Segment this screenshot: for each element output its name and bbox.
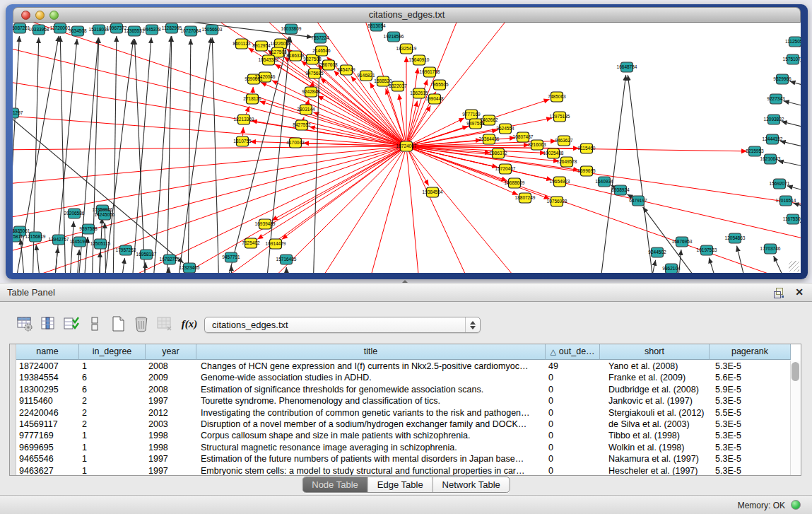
- cell-title[interactable]: Genome-wide association studies in ADHD.: [196, 372, 546, 383]
- citation-edge-black[interactable]: [599, 75, 626, 273]
- scrollbar-thumb[interactable]: [792, 362, 799, 381]
- select-all-rows-icon[interactable]: [62, 315, 81, 333]
- delete-table-icon[interactable]: [132, 315, 151, 333]
- cell-title[interactable]: Estimation of the future numbers of pati…: [196, 453, 546, 465]
- citation-edge-red[interactable]: [257, 149, 401, 239]
- citation-edge-black[interactable]: [99, 252, 100, 273]
- close-panel-icon[interactable]: ✕: [795, 286, 804, 298]
- cell-in_degree[interactable]: 2: [79, 407, 146, 419]
- cell-name[interactable]: 18300295: [16, 384, 79, 395]
- column-header-name[interactable]: name: [16, 344, 79, 360]
- cell-name[interactable]: 9463627: [16, 465, 79, 476]
- citation-edge-black[interactable]: [737, 246, 748, 273]
- citation-edge-black[interactable]: [225, 37, 289, 273]
- cell-name[interactable]: 19384554: [16, 372, 79, 383]
- cell-title[interactable]: Embryonic stem cells: a model to study s…: [196, 465, 546, 476]
- cell-out_degree[interactable]: 0: [546, 407, 600, 419]
- cell-year[interactable]: 1997: [146, 395, 196, 407]
- cell-year[interactable]: 2008: [146, 384, 196, 395]
- cell-name[interactable]: 9115460: [16, 395, 79, 407]
- table-row[interactable]: 946554611997Estimation of the future num…: [16, 453, 791, 465]
- citation-edge-black[interactable]: [177, 37, 211, 273]
- citation-edge-black[interactable]: [69, 221, 73, 273]
- cell-pagerank[interactable]: 5.3E-5: [710, 361, 791, 372]
- citation-edge-black[interactable]: [784, 101, 801, 113]
- citation-edge-black[interactable]: [20, 239, 25, 273]
- citation-edge-black[interactable]: [113, 36, 117, 273]
- cell-short[interactable]: Wolkin et al. (1998): [600, 442, 710, 453]
- cell-title[interactable]: Corpus callosum shape and size in male p…: [196, 430, 546, 441]
- citation-edge-black[interactable]: [782, 122, 801, 134]
- citation-edge-black[interactable]: [800, 62, 801, 72]
- cell-short[interactable]: Jankovic et al. (1997): [600, 395, 710, 407]
- cell-pagerank[interactable]: 5.3E-5: [710, 442, 791, 453]
- cell-pagerank[interactable]: 5.3E-5: [710, 465, 791, 476]
- cell-short[interactable]: Nakamura et al. (1997): [600, 453, 710, 465]
- cell-pagerank[interactable]: 5.3E-5: [710, 430, 791, 441]
- citation-edge-black[interactable]: [231, 265, 232, 273]
- cell-in_degree[interactable]: 1: [79, 430, 146, 441]
- table-row[interactable]: 1938455462009Genome-wide association stu…: [16, 372, 791, 383]
- citation-edge-black[interactable]: [794, 203, 801, 215]
- cell-short[interactable]: Stergiakouli et al. (2012): [600, 407, 710, 419]
- table-row[interactable]: 1872400712008Changes of HCN gene express…: [16, 361, 791, 372]
- citation-edge-black[interactable]: [790, 81, 801, 93]
- citation-edge-black[interactable]: [709, 258, 719, 273]
- window-titlebar[interactable]: citations_edges.txt: [13, 7, 801, 23]
- table-row[interactable]: 1456911722003Disruption of a novel membe…: [16, 419, 791, 430]
- citation-edge-black[interactable]: [778, 160, 801, 173]
- citation-edge-red[interactable]: [412, 148, 801, 242]
- cell-short[interactable]: Franke et al. (2009): [600, 372, 710, 383]
- cell-name[interactable]: 18724007: [16, 361, 79, 372]
- cell-title[interactable]: Changes of HCN gene expression and I(f) …: [196, 361, 546, 372]
- cell-short[interactable]: Hescheler et al. (1997): [600, 465, 710, 476]
- resize-grip-icon[interactable]: [789, 261, 799, 271]
- cell-year[interactable]: 2003: [146, 419, 196, 430]
- cell-in_degree[interactable]: 1: [79, 453, 146, 465]
- cell-year[interactable]: 1998: [146, 430, 196, 441]
- table-row[interactable]: 977716911998Corpus callosum shape and si…: [16, 430, 791, 441]
- cell-in_degree[interactable]: 6: [79, 384, 146, 395]
- citation-edge-red[interactable]: [313, 112, 401, 144]
- citation-edge-black[interactable]: [103, 39, 134, 273]
- cell-short[interactable]: Dudbridge et al. (2008): [600, 384, 710, 395]
- cell-out_degree[interactable]: 0: [546, 442, 600, 453]
- tab-node-table[interactable]: Node Table: [302, 477, 367, 492]
- merge-rows-icon[interactable]: [86, 315, 104, 333]
- cell-pagerank[interactable]: 5.9E-5: [710, 384, 791, 395]
- citation-edge-red[interactable]: [312, 81, 313, 86]
- cell-title[interactable]: Estimation of significance thresholds fo…: [196, 384, 546, 395]
- column-header-pagerank[interactable]: pagerank: [710, 344, 791, 360]
- cell-title[interactable]: Structural magnetic resonance image aver…: [196, 442, 546, 453]
- citation-edge-black[interactable]: [131, 37, 151, 273]
- column-header-in_degree[interactable]: in_degree: [79, 344, 146, 360]
- table-selector-dropdown[interactable]: citations_edges.txt: [204, 317, 481, 333]
- vertical-scrollbar[interactable]: [790, 361, 801, 475]
- citation-edge-red[interactable]: [409, 151, 429, 185]
- citation-edge-black[interactable]: [120, 258, 124, 273]
- cell-in_degree[interactable]: 6: [79, 372, 146, 383]
- table-settings-icon[interactable]: [16, 315, 34, 333]
- citation-edge-red[interactable]: [13, 146, 401, 150]
- citation-edge-black[interactable]: [313, 46, 320, 273]
- cell-pagerank[interactable]: 5.3E-5: [710, 419, 791, 430]
- cell-short[interactable]: Yano et al. (2008): [600, 361, 710, 372]
- column-header-title[interactable]: title: [196, 344, 546, 360]
- tab-edge-table[interactable]: Edge Table: [367, 477, 433, 492]
- cell-out_degree[interactable]: 0: [546, 372, 600, 383]
- cell-title[interactable]: Investigating the contribution of common…: [196, 407, 546, 419]
- cell-in_degree[interactable]: 2: [79, 395, 146, 407]
- citation-edge-black[interactable]: [153, 36, 171, 273]
- cell-out_degree[interactable]: 0: [546, 384, 600, 395]
- table-row[interactable]: 2242004622012Investigating the contribut…: [16, 407, 791, 419]
- cell-pagerank[interactable]: 5.5E-5: [710, 407, 791, 419]
- citation-edge-red[interactable]: [303, 117, 304, 120]
- table-row[interactable]: 1830029562008Estimation of significance …: [16, 384, 791, 395]
- table-row[interactable]: 946362711997Embryonic stem cells: a mode…: [16, 465, 791, 476]
- function-builder-icon[interactable]: f(x): [179, 315, 200, 333]
- cell-title[interactable]: Tourette syndrome. Phenomenology and cla…: [196, 395, 546, 407]
- network-canvas[interactable]: 1872400786011238912954182260589127508105…: [13, 23, 801, 273]
- cell-in_degree[interactable]: 1: [79, 442, 146, 453]
- cell-year[interactable]: 2008: [146, 361, 196, 372]
- citation-edge-red[interactable]: [13, 147, 401, 185]
